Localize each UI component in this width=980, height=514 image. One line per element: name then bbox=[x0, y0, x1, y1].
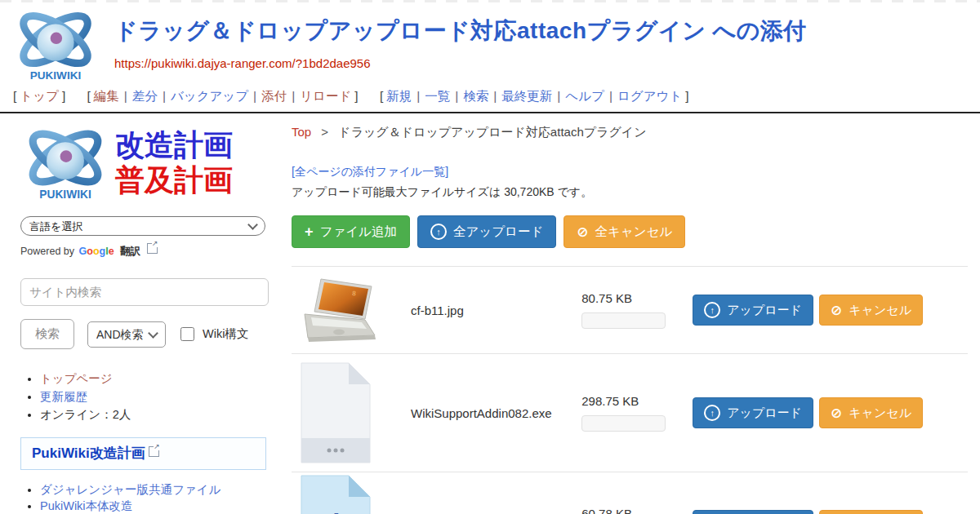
cancel-icon: ⊘ bbox=[577, 225, 588, 239]
file-name: cf-b11.jpg bbox=[399, 304, 581, 317]
row-buttons: ↑ アップロード ⊘ キャンセル bbox=[693, 510, 923, 514]
html-file-icon: </> bbox=[292, 474, 399, 514]
pukiwiki-kaizou-box: PukiWiki改造計画↗ bbox=[20, 437, 266, 470]
sidebar-list-top: トップページ 更新履歴 オンライン：2人 bbox=[20, 370, 280, 423]
breadcrumb-current: ドラッグ＆ドロップアップロード対応attachプラグイン bbox=[338, 125, 646, 139]
sidebar-link-core-mod[interactable]: PukiWiki本体改造 bbox=[40, 499, 133, 512]
header: PUKIWIKI ドラッグ＆ドロップアップロード対応attachプラグイン への… bbox=[0, 2, 980, 82]
nav-link-help[interactable]: ヘルプ bbox=[565, 89, 604, 103]
cancel-all-button[interactable]: ⊘ 全キャンセル bbox=[564, 215, 685, 248]
pukiwiki-kaizou-link[interactable]: PukiWiki改造計画 bbox=[32, 445, 145, 461]
logo-text-fukyuu: 普及計画 bbox=[115, 162, 233, 197]
file-meta: 80.75 KB bbox=[581, 291, 681, 329]
list-item: 更新履歴 bbox=[40, 388, 280, 406]
atom-logo-icon: PUKIWIKI bbox=[20, 122, 110, 203]
upload-button[interactable]: ↑ アップロード bbox=[693, 397, 813, 428]
file-size: 80.75 KB bbox=[581, 291, 681, 305]
nav-link-search[interactable]: 検索 bbox=[463, 89, 488, 103]
upload-button[interactable]: ↑ アップロード bbox=[693, 295, 813, 326]
file-name: WikiSupportAddin082.exe bbox=[399, 406, 581, 420]
upload-icon: ↑ bbox=[704, 405, 720, 421]
nav-link-top[interactable]: トップ bbox=[20, 89, 59, 103]
nav-link-reload[interactable]: リロード bbox=[300, 89, 351, 103]
pukiwiki-logo[interactable]: PUKIWIKI bbox=[10, 6, 101, 82]
nav-link-recent[interactable]: 最終更新 bbox=[501, 89, 552, 103]
sidebar-logo[interactable]: PUKIWIKI 改造計画 普及計画 bbox=[20, 122, 280, 203]
cancel-icon: ⊘ bbox=[831, 304, 842, 317]
generic-file-icon bbox=[292, 361, 399, 464]
sidebar-logo-words: 改造計画 普及計画 bbox=[115, 127, 233, 197]
navbar: [トップ] [編集|差分|バックアップ|添付|リロード] [新規|一覧|検索|最… bbox=[0, 82, 980, 112]
file-row: </> contents.html 60.78 KB ↑ アップロード ⊘ キャ… bbox=[292, 472, 968, 514]
translate-link[interactable]: 翻訳 bbox=[120, 246, 140, 257]
cancel-button[interactable]: ⊘ キャンセル bbox=[819, 295, 923, 326]
nav-group-page: [編集|差分|バックアップ|添付|リロード] bbox=[84, 89, 362, 103]
max-size-text: アップロード可能最大ファイルサイズは 30,720KB です。 bbox=[292, 185, 968, 200]
search-controls: 検索 AND検索 Wiki構文 bbox=[20, 319, 280, 349]
upload-all-button[interactable]: ↑ 全アップロード bbox=[417, 215, 556, 248]
wiki-syntax-label: Wiki構文 bbox=[203, 326, 248, 342]
all-attachments-link[interactable]: [全ページの添付ファイル一覧] bbox=[292, 165, 448, 179]
progress-bar bbox=[581, 312, 666, 329]
main-content: Top > ドラッグ＆ドロップアップロード対応attachプラグイン [全ページ… bbox=[280, 113, 980, 514]
nav-link-attach[interactable]: 添付 bbox=[261, 89, 287, 103]
language-select-wrap: 言語を選択 bbox=[20, 216, 265, 236]
breadcrumb-top-link[interactable]: Top bbox=[292, 125, 311, 139]
google-logo: Google bbox=[79, 246, 114, 257]
language-select[interactable]: 言語を選択 bbox=[20, 216, 265, 236]
file-size: 60.78 KB bbox=[581, 507, 681, 514]
list-item: トップページ bbox=[40, 370, 280, 388]
upload-icon: ↑ bbox=[430, 224, 447, 240]
wiki-syntax-checkbox[interactable] bbox=[180, 327, 194, 341]
row-buttons: ↑ アップロード ⊘ キャンセル bbox=[693, 397, 923, 428]
file-row: 8 cf-b11.jpg 80.75 KB ↑ アップロード bbox=[292, 266, 968, 353]
nav-link-list[interactable]: 一覧 bbox=[425, 89, 450, 103]
and-search-select[interactable]: AND検索 bbox=[87, 321, 166, 348]
svg-text:PUKIWIKI: PUKIWIKI bbox=[39, 188, 91, 201]
sidebar-link-toppage[interactable]: トップページ bbox=[40, 372, 113, 385]
file-list: 8 cf-b11.jpg 80.75 KB ↑ アップロード bbox=[292, 266, 968, 514]
file-meta: 60.78 KB bbox=[581, 507, 681, 514]
cancel-button[interactable]: ⊘ キャンセル bbox=[819, 397, 923, 428]
upload-button[interactable]: ↑ アップロード bbox=[693, 510, 813, 514]
cancel-icon: ⊘ bbox=[831, 406, 842, 420]
add-files-button[interactable]: + ファイル追加 bbox=[292, 215, 410, 248]
upload-icon: ↑ bbox=[704, 302, 720, 318]
list-item: PukiWiki本体改造 bbox=[40, 498, 280, 514]
nav-group-site: [新規|一覧|検索|最終更新|ヘルプ|ログアウト] bbox=[376, 89, 693, 103]
list-item: ダジャレンジャー版共通ファイル bbox=[40, 482, 280, 498]
sidebar-list-plugins: ダジャレンジャー版共通ファイル PukiWiki本体改造 PukiWikiテキス… bbox=[20, 482, 280, 514]
nav-link-backup[interactable]: バックアップ bbox=[171, 89, 248, 103]
file-meta: 298.75 KB bbox=[581, 394, 681, 432]
nav-link-logout[interactable]: ログアウト bbox=[617, 89, 682, 103]
external-link-icon: ↗ bbox=[149, 446, 159, 457]
breadcrumb: Top > ドラッグ＆ドロップアップロード対応attachプラグイン bbox=[292, 125, 968, 140]
sidebar-link-common-files[interactable]: ダジャレンジャー版共通ファイル bbox=[40, 483, 220, 496]
page-title: ドラッグ＆ドロップアップロード対応attachプラグイン への添付 bbox=[114, 16, 807, 47]
laptop-thumbnail: 8 bbox=[292, 277, 399, 343]
file-row: WikiSupportAddin082.exe 298.75 KB ↑ アップロ… bbox=[292, 353, 968, 472]
nav-link-edit[interactable]: 編集 bbox=[94, 89, 119, 103]
and-search-wrap: AND検索 bbox=[87, 321, 166, 348]
plus-icon: + bbox=[305, 224, 314, 239]
file-size: 298.75 KB bbox=[581, 394, 681, 408]
upload-toolbar: + ファイル追加 ↑ 全アップロード ⊘ 全キャンセル bbox=[292, 215, 968, 248]
svg-text:</>: </> bbox=[310, 508, 358, 514]
page-url-link[interactable]: https://pukiwiki.dajya-ranger.com/?1bd2d… bbox=[114, 56, 371, 70]
list-item: オンライン：2人 bbox=[40, 406, 280, 424]
cancel-button[interactable]: ⊘ キャンセル bbox=[819, 510, 923, 514]
nav-link-new[interactable]: 新規 bbox=[386, 89, 412, 103]
online-count: オンライン：2人 bbox=[40, 408, 131, 421]
sidebar-link-history[interactable]: 更新履歴 bbox=[40, 390, 87, 403]
sidebar: PUKIWIKI 改造計画 普及計画 言語を選択 Powered by Goog… bbox=[0, 113, 280, 514]
row-buttons: ↑ アップロード ⊘ キャンセル bbox=[693, 295, 923, 326]
site-search-input[interactable] bbox=[20, 278, 269, 306]
logo-brand-text: PUKIWIKI bbox=[30, 69, 81, 82]
nav-group-top: [トップ] bbox=[10, 89, 69, 103]
logo-text-kaizou: 改造計画 bbox=[115, 127, 233, 162]
powered-by-google: Powered by Google 翻訳 ↗ bbox=[20, 243, 280, 259]
search-button[interactable]: 検索 bbox=[20, 319, 74, 349]
progress-bar bbox=[581, 415, 666, 432]
nav-link-diff[interactable]: 差分 bbox=[132, 89, 158, 103]
atom-logo-icon: PUKIWIKI bbox=[10, 6, 101, 82]
